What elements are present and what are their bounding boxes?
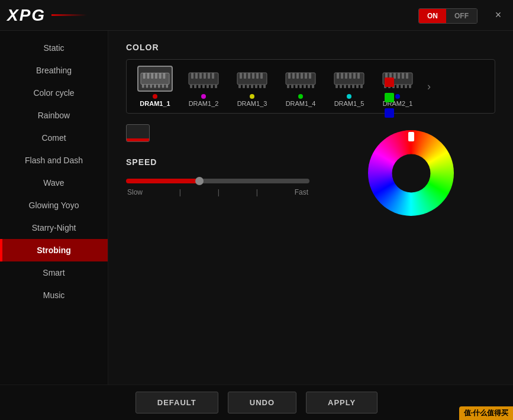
close-button[interactable]: ×	[492, 8, 505, 21]
sidebar-item-breathing[interactable]: Breathing	[0, 59, 108, 82]
power-toggle[interactable]: ON OFF	[418, 8, 477, 24]
svg-rect-13	[166, 85, 168, 88]
svg-rect-46	[301, 73, 303, 79]
svg-rect-55	[312, 85, 314, 88]
svg-rect-57	[337, 73, 339, 79]
bottom-bar: DEFAULT UNDO APPLY	[0, 385, 513, 420]
toggle-off-button[interactable]: OFF	[446, 9, 477, 23]
svg-rect-61	[353, 73, 356, 79]
sidebar-item-music[interactable]: Music	[0, 284, 108, 306]
speed-tick-3: |	[256, 188, 258, 196]
svg-rect-1	[143, 73, 146, 79]
swatch-blue[interactable]	[385, 108, 394, 118]
svg-rect-11	[158, 85, 160, 88]
dram-svg-3	[236, 68, 268, 89]
svg-rect-16	[195, 73, 198, 79]
svg-rect-29	[240, 73, 242, 79]
default-button[interactable]: DEFAULT	[135, 392, 218, 413]
svg-rect-41	[263, 85, 266, 88]
dram-dot-5	[347, 94, 351, 99]
svg-rect-44	[292, 73, 295, 79]
svg-rect-27	[215, 85, 217, 88]
dram-dot-3	[250, 94, 254, 99]
dram-dot-2	[201, 94, 206, 99]
svg-rect-2	[147, 73, 150, 79]
svg-rect-19	[208, 73, 210, 79]
svg-rect-69	[360, 85, 363, 88]
svg-rect-20	[212, 73, 214, 79]
svg-rect-3	[151, 73, 153, 79]
svg-rect-30	[244, 73, 246, 79]
dram-dot-1	[153, 94, 157, 99]
svg-rect-52	[299, 85, 302, 88]
svg-rect-64	[340, 85, 342, 88]
speed-slow-label: Slow	[127, 188, 143, 196]
svg-rect-45	[296, 73, 299, 79]
svg-rect-40	[259, 85, 262, 88]
color-wheel-container[interactable]	[368, 130, 454, 218]
sidebar-item-starry-night[interactable]: Starry-Night	[0, 217, 108, 239]
speed-fast-label: Fast	[295, 188, 308, 196]
svg-rect-39	[255, 85, 257, 88]
svg-rect-54	[308, 85, 310, 88]
dram-module-1[interactable]: DRAM1_1	[134, 66, 176, 107]
dram-label-4: DRAM1_4	[286, 100, 316, 107]
sidebar-item-color-cycle[interactable]: Color cycle	[0, 82, 108, 104]
svg-rect-10	[154, 85, 156, 88]
dram-module-5[interactable]: DRAM1_5	[328, 66, 370, 107]
svg-rect-17	[199, 73, 202, 79]
speed-tick-2: |	[218, 188, 220, 196]
svg-rect-23	[198, 85, 201, 88]
speed-thumb[interactable]	[195, 177, 204, 185]
dram-svg-1	[140, 68, 170, 89]
dram-label-5: DRAM1_5	[334, 100, 364, 107]
color-swatches	[385, 77, 394, 118]
svg-rect-50	[291, 85, 293, 88]
sidebar-item-wave[interactable]: Wave	[0, 172, 108, 194]
sidebar-item-flash-and-dash[interactable]: Flash and Dash	[0, 149, 108, 172]
svg-rect-26	[211, 85, 213, 88]
speed-tick-1: |	[179, 188, 181, 196]
sidebar-item-static[interactable]: Static	[0, 37, 108, 59]
sidebar-item-glowing-yoyo[interactable]: Glowing Yoyo	[0, 194, 108, 217]
svg-rect-7	[142, 85, 144, 88]
svg-rect-68	[356, 85, 359, 88]
sidebar-item-rainbow[interactable]: Rainbow	[0, 104, 108, 127]
apply-button[interactable]: APPLY	[306, 392, 378, 413]
dram-dot-4	[298, 94, 303, 99]
svg-rect-21	[190, 85, 192, 88]
sidebar-item-comet[interactable]: Comet	[0, 127, 108, 149]
svg-rect-32	[252, 73, 254, 79]
speed-track[interactable]	[126, 179, 309, 183]
svg-rect-59	[345, 73, 347, 79]
svg-rect-53	[304, 85, 306, 88]
svg-rect-5	[159, 73, 162, 79]
selected-color-box[interactable]	[126, 124, 150, 142]
dram-icon-wrap-1	[137, 66, 173, 92]
undo-button[interactable]: UNDO	[228, 392, 296, 413]
svg-rect-38	[251, 85, 253, 88]
title-bar: XPG ON OFF ×	[0, 0, 513, 31]
dram-svg-4	[285, 68, 317, 89]
dram-module-4[interactable]: DRAM1_4	[279, 66, 322, 107]
swatch-red[interactable]	[385, 77, 394, 87]
toggle-on-button[interactable]: ON	[419, 9, 446, 23]
color-section-label: COLOR	[126, 43, 495, 52]
sidebar-item-strobing[interactable]: Strobing	[0, 239, 108, 261]
svg-rect-22	[194, 85, 196, 88]
swatch-green[interactable]	[385, 93, 394, 102]
dram-module-2[interactable]: DRAM1_2	[182, 66, 225, 107]
svg-rect-35	[238, 85, 241, 88]
svg-rect-58	[341, 73, 343, 79]
svg-rect-33	[256, 73, 259, 79]
svg-rect-47	[305, 73, 307, 79]
svg-rect-8	[146, 85, 149, 88]
svg-rect-34	[260, 73, 263, 79]
dram-label-3: DRAM1_3	[237, 100, 267, 107]
dram-label-1: DRAM1_1	[140, 100, 170, 107]
content-area: COLOR	[108, 31, 513, 385]
svg-rect-24	[202, 85, 205, 88]
dram-module-3[interactable]: DRAM1_3	[231, 66, 273, 107]
sidebar-item-smart[interactable]: Smart	[0, 261, 108, 284]
svg-rect-25	[207, 85, 209, 88]
